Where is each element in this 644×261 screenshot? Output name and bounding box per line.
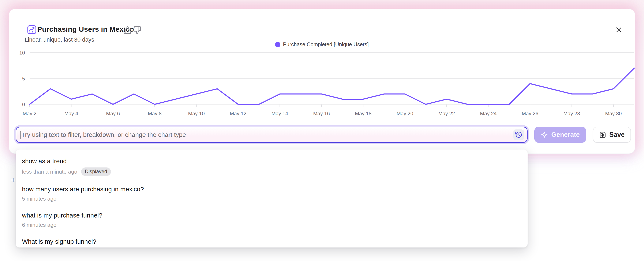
- legend-swatch: [275, 42, 280, 47]
- chart-settings-summary: Linear, unique, last 30 days: [25, 36, 94, 43]
- displayed-badge: Displayed: [81, 167, 111, 176]
- history-clock-icon: [515, 131, 522, 139]
- line-chart-icon: [27, 25, 37, 35]
- thumbs-up-button[interactable]: [124, 26, 132, 34]
- close-button[interactable]: [615, 25, 623, 34]
- ai-prompt-field[interactable]: [16, 127, 528, 143]
- text-caret: [20, 131, 21, 139]
- save-button-label: Save: [609, 131, 624, 139]
- history-item-time: 5 minutes ago: [22, 196, 56, 202]
- legend-label: Purchase Completed [Unique Users]: [283, 41, 369, 47]
- generate-button-label: Generate: [551, 131, 580, 139]
- save-icon: [599, 131, 606, 138]
- page-title: Purchasing Users in Mexico: [37, 25, 134, 33]
- thumbs-down-icon: [133, 26, 141, 34]
- history-item-title: What is my signup funnel?: [22, 238, 520, 245]
- prompt-input[interactable]: [16, 127, 514, 142]
- thumbs-down-button[interactable]: [133, 26, 141, 34]
- history-item[interactable]: show as a trend less than a minute ago D…: [16, 152, 528, 181]
- save-button[interactable]: Save: [593, 127, 631, 143]
- history-item-time: less than a minute ago: [22, 169, 77, 175]
- history-item[interactable]: what is my purchase funnel? 6 minutes ag…: [16, 207, 528, 233]
- history-item-title: show as a trend: [22, 158, 520, 165]
- history-item-title: how many users are purchasing in mexico?: [22, 186, 520, 193]
- prompt-history-dropdown: show as a trend less than a minute ago D…: [16, 150, 528, 248]
- history-item-time: 6 minutes ago: [22, 222, 56, 228]
- generate-button[interactable]: Generate: [534, 127, 586, 143]
- history-item[interactable]: how many users are purchasing in mexico?…: [16, 181, 528, 207]
- sparkle-icon: [541, 131, 548, 138]
- history-button[interactable]: [514, 129, 524, 140]
- history-item[interactable]: What is my signup funnel? 6 minutes ago: [16, 233, 528, 248]
- plus-icon[interactable]: +: [11, 176, 16, 185]
- close-icon: [615, 25, 623, 34]
- history-item-title: what is my purchase funnel?: [22, 212, 520, 219]
- legend-item[interactable]: Purchase Completed [Unique Users]: [275, 41, 369, 47]
- thumbs-up-icon: [124, 26, 132, 34]
